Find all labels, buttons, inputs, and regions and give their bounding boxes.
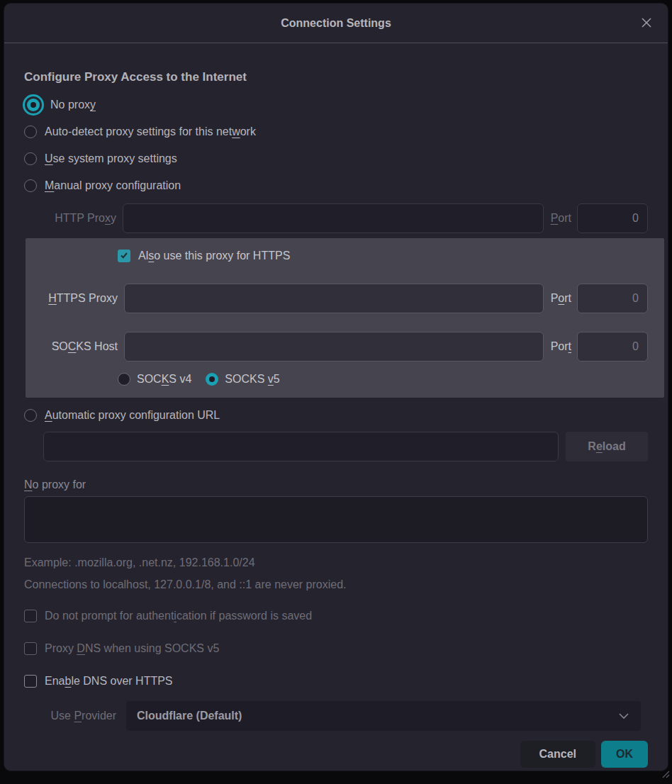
radio-row-socks-v4[interactable]: SOCKS v4 [118,370,191,388]
dialog-content: Configure Proxy Access to the Internet N… [4,70,668,768]
also-https-label: Also use this proxy for HTTPS [138,250,290,262]
https-proxy-label: HTTPS Proxy [26,292,124,305]
close-icon [640,16,653,31]
manual-proxy-label: Manual proxy configuration [45,179,181,192]
https-proxy-input[interactable] [124,284,544,313]
socks-v5-label: SOCKS v5 [225,373,279,386]
radio-row-use-system[interactable]: Use system proxy settings [24,145,648,172]
https-socks-highlight-section: Also use this proxy for HTTPS HTTPS Prox… [26,238,664,398]
localhost-note: Connections to localhost, 127.0.0.1/8, a… [24,578,648,591]
socks-host-input[interactable] [124,332,544,362]
socks-version-group: SOCKS v4 SOCKS v5 [118,370,648,388]
no-auth-prompt-row[interactable]: Do not prompt for authentication if pass… [24,607,648,625]
radio-row-manual[interactable]: Manual proxy configuration [24,172,648,199]
auto-url-row: Reload [43,432,648,461]
connection-settings-dialog: Connection Settings Configure Proxy Acce… [4,3,668,771]
auto-detect-radio[interactable] [24,125,37,138]
socks-v4-radio[interactable] [118,373,130,386]
enable-doh-label: Enable DNS over HTTPS [45,675,173,688]
resize-grip-icon[interactable] [660,768,670,781]
auto-url-label: Automatic proxy configuration URL [45,409,220,422]
auto-url-input[interactable] [43,432,559,461]
no-proxy-for-label: No proxy for [24,478,648,491]
example-note: Example: .mozilla.org, .net.nz, 192.168.… [24,556,648,569]
no-proxy-label: No proxy [50,99,96,111]
proxy-dns-checkbox[interactable] [24,642,37,655]
auto-detect-label: Auto-detect proxy settings for this netw… [45,125,256,138]
check-icon [120,250,128,262]
radio-dot [30,102,36,108]
dialog-title: Connection Settings [281,17,391,30]
manual-proxy-radio[interactable] [24,179,37,192]
socks-port-label: Port [544,340,577,353]
provider-selected-value: Cloudflare (Default) [137,710,242,722]
socks-host-row: SOCKS Host Port [26,332,648,362]
radio-dot [209,376,215,382]
no-auth-prompt-label: Do not prompt for authentication if pass… [45,610,312,622]
no-auth-prompt-checkbox[interactable] [24,610,37,622]
http-port-label: Port [544,212,577,225]
use-system-radio[interactable] [24,152,37,165]
dialog-titlebar: Connection Settings [4,4,668,43]
enable-doh-checkbox[interactable] [24,675,37,688]
ok-button[interactable]: OK [601,741,648,768]
http-proxy-input[interactable] [123,203,544,233]
cancel-button[interactable]: Cancel [520,741,595,768]
socks-v5-radio[interactable] [206,373,218,386]
https-proxy-row: HTTPS Proxy Port [26,284,648,313]
page-title: Configure Proxy Access to the Internet [24,70,648,84]
close-button[interactable] [637,13,656,33]
enable-doh-row[interactable]: Enable DNS over HTTPS [24,673,648,690]
http-port-input[interactable] [577,203,648,233]
also-https-row[interactable]: Also use this proxy for HTTPS [118,247,648,265]
http-proxy-row: HTTP Proxy Port [24,203,648,233]
no-proxy-radio[interactable] [27,99,40,111]
use-provider-label: Use Provider [24,710,123,722]
use-system-label: Use system proxy settings [45,152,177,165]
radio-row-auto-url[interactable]: Automatic proxy configuration URL [24,402,648,429]
also-https-checkbox[interactable] [118,250,130,262]
https-port-input[interactable] [577,284,648,313]
chevron-down-icon [618,710,629,722]
radio-row-no-proxy[interactable]: No proxy [24,91,648,118]
socks-v4-label: SOCKS v4 [137,373,191,386]
reload-button[interactable]: Reload [566,432,648,461]
socks-port-input[interactable] [577,332,648,362]
provider-select[interactable]: Cloudflare (Default) [126,701,641,731]
https-port-label: Port [544,292,577,305]
radio-row-auto-detect[interactable]: Auto-detect proxy settings for this netw… [24,118,648,145]
footer-buttons: Cancel OK [24,741,648,768]
http-proxy-label: HTTP Proxy [24,212,123,225]
socks-host-label: SOCKS Host [26,340,124,353]
radio-row-socks-v5[interactable]: SOCKS v5 [206,370,279,388]
proxy-dns-row[interactable]: Proxy DNS when using SOCKS v5 [24,640,648,657]
proxy-dns-label: Proxy DNS when using SOCKS v5 [45,642,219,655]
auto-url-radio[interactable] [24,409,37,422]
no-proxy-for-textarea[interactable] [24,496,648,543]
provider-row: Use Provider Cloudflare (Default) [24,701,648,731]
